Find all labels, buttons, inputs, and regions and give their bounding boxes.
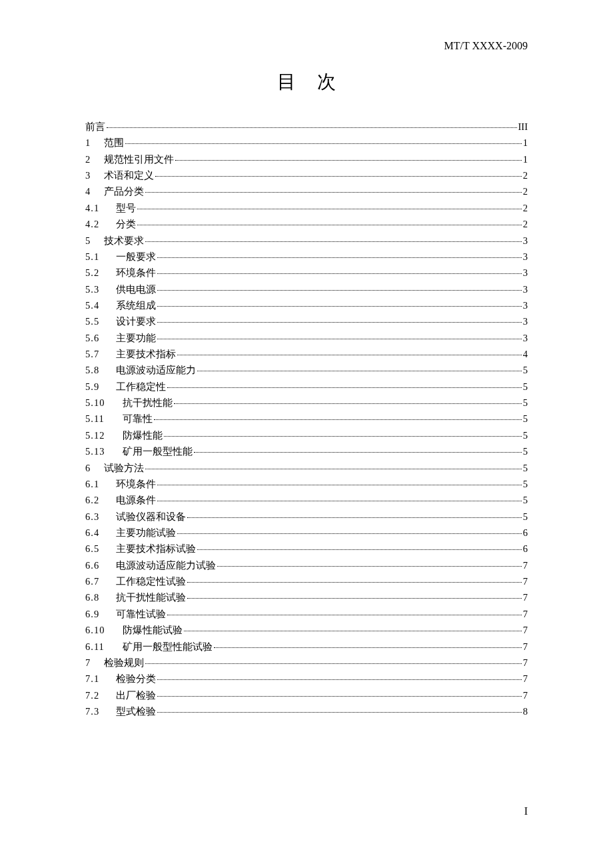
toc-row: 5.6主要功能3	[85, 330, 528, 346]
toc-entry-number: 7.3	[85, 703, 116, 719]
toc-row: 5.3供电电源3	[85, 281, 528, 297]
toc-entry-label: 分类	[116, 216, 136, 232]
toc-row: 6.10防爆性能试验7	[85, 622, 528, 638]
toc-entry-number: 4.2	[85, 216, 116, 232]
toc-entry-number: 5.5	[85, 313, 116, 329]
toc-entry-label: 主要功能	[116, 330, 156, 346]
toc-entry-page: 5	[523, 427, 528, 443]
toc-row: 5.4系统组成3	[85, 297, 528, 313]
toc-entry-label: 一般要求	[116, 249, 156, 265]
toc-leader-dots	[194, 452, 522, 453]
toc-leader-dots	[157, 679, 522, 680]
toc-entry-number: 5.8	[85, 362, 116, 378]
toc-entry-label: 主要技术指标	[116, 346, 176, 362]
toc-entry-number: 5	[85, 233, 104, 249]
toc-entry-label: 电源波动适应能力	[116, 362, 196, 378]
toc-entry-page: 2	[523, 216, 528, 232]
toc-entry-page: 7	[523, 606, 528, 622]
toc-entry-label: 检验分类	[116, 671, 156, 687]
toc-entry-number: 5.4	[85, 297, 116, 313]
toc-entry-page: 7	[523, 671, 528, 687]
toc-entry-label: 矿用一般型性能	[123, 443, 193, 459]
toc-entry-number: 4	[85, 183, 104, 199]
toc-entry-label: 主要功能试验	[116, 525, 176, 541]
toc-entry-page: 2	[523, 200, 528, 216]
toc-entry-page: 5	[523, 476, 528, 492]
toc-entry-number: 5.2	[85, 265, 116, 281]
toc-entry-label: 主要技术指标试验	[116, 541, 196, 557]
toc-entry-page: 3	[523, 281, 528, 297]
toc-entry-page: 6	[523, 541, 528, 557]
toc-row: 4.1型号2	[85, 200, 528, 216]
toc-leader-dots	[197, 371, 522, 371]
toc-row: 6.9可靠性试验7	[85, 606, 528, 622]
toc-leader-dots	[137, 209, 522, 209]
toc-leader-dots	[187, 582, 522, 583]
toc-leader-dots	[137, 225, 522, 225]
toc-leader-dots	[157, 322, 522, 323]
toc-row: 1范围1	[85, 135, 528, 151]
toc-entry-label: 术语和定义	[104, 167, 154, 183]
toc-entry-page: 7	[523, 655, 528, 671]
toc-entry-page: 5	[523, 379, 528, 395]
toc-row: 6.2电源条件5	[85, 492, 528, 508]
toc-entry-page: 5	[523, 509, 528, 525]
toc-entry-page: 5	[523, 443, 528, 459]
table-of-contents: 前言III1范围12规范性引用文件13术语和定义24产品分类24.1型号24.2…	[85, 119, 528, 719]
toc-row: 6试验方法5	[85, 460, 528, 476]
toc-leader-dots	[157, 306, 522, 307]
toc-entry-number: 5.11	[85, 411, 123, 427]
toc-leader-dots	[174, 403, 522, 404]
toc-leader-dots	[107, 127, 517, 128]
toc-entry-number: 7.1	[85, 671, 116, 687]
toc-leader-dots	[167, 615, 522, 615]
toc-leader-dots	[145, 241, 522, 242]
toc-row: 7.2出厂检验7	[85, 687, 528, 703]
toc-entry-page: 1	[523, 135, 528, 151]
toc-leader-dots	[164, 436, 522, 437]
toc-leader-dots	[157, 485, 522, 485]
toc-leader-dots	[157, 712, 522, 713]
toc-entry-label: 抗干扰性能	[123, 395, 173, 411]
toc-entry-number: 5.10	[85, 395, 123, 411]
toc-entry-label: 出厂检验	[116, 687, 156, 703]
toc-entry-page: 3	[523, 297, 528, 313]
toc-row: 6.3试验仪器和设备5	[85, 509, 528, 525]
toc-entry-label: 可靠性试验	[116, 606, 166, 622]
toc-row: 6.11矿用一般型性能试验7	[85, 639, 528, 655]
toc-entry-label: 系统组成	[116, 297, 156, 313]
toc-leader-dots	[184, 631, 522, 631]
toc-entry-page: 8	[523, 703, 528, 719]
toc-row: 5.8电源波动适应能力5	[85, 362, 528, 378]
toc-row: 4产品分类2	[85, 183, 528, 199]
toc-row: 5.5设计要求3	[85, 313, 528, 329]
toc-entry-number: 6.3	[85, 509, 116, 525]
toc-entry-label: 防爆性能试验	[123, 622, 183, 638]
toc-entry-number: 6.4	[85, 525, 116, 541]
toc-entry-page: 3	[523, 265, 528, 281]
toc-entry-label: 型式检验	[116, 703, 156, 719]
toc-entry-label: 工作稳定性试验	[116, 573, 186, 589]
toc-leader-dots	[154, 419, 522, 420]
toc-row: 5.13矿用一般型性能5	[85, 443, 528, 459]
toc-entry-label: 试验仪器和设备	[116, 509, 186, 525]
toc-entry-page: 2	[523, 183, 528, 199]
toc-entry-page: III	[518, 119, 528, 135]
toc-entry-page: 3	[523, 330, 528, 346]
toc-entry-number: 2	[85, 151, 104, 167]
toc-leader-dots	[157, 273, 522, 274]
toc-row: 5.1一般要求3	[85, 249, 528, 265]
toc-leader-dots	[197, 549, 522, 550]
toc-entry-label: 可靠性	[123, 411, 153, 427]
toc-entry-page: 2	[523, 167, 528, 183]
toc-entry-number: 6.11	[85, 639, 123, 655]
toc-row: 7检验规则7	[85, 655, 528, 671]
toc-row: 5.2环境条件3	[85, 265, 528, 281]
toc-leader-dots	[155, 176, 522, 177]
toc-entry-number: 5.3	[85, 281, 116, 297]
toc-entry-label: 抗干扰性能试验	[116, 589, 186, 605]
toc-entry-number: 3	[85, 167, 104, 183]
toc-entry-page: 5	[523, 395, 528, 411]
toc-row: 2规范性引用文件1	[85, 151, 528, 167]
toc-row: 6.6电源波动适应能力试验7	[85, 557, 528, 573]
